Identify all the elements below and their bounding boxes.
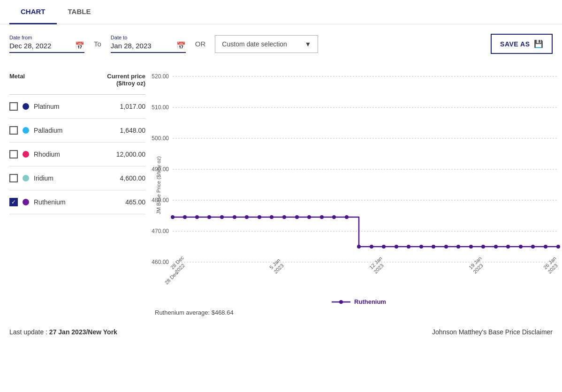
x-label-group-jan12: 12 Jan 2023 [368, 256, 387, 275]
datapoint [395, 245, 398, 249]
datapoint [419, 245, 423, 249]
x-label-group-dec28: 28 Dec 2022 [169, 255, 190, 275]
chart-area: 520.00 510.00 500.00 490.00 480.00 470.0… [145, 68, 562, 316]
metals-panel: Metal Current price ($/troy oz) Platinum… [9, 68, 145, 316]
ruthenium-line [173, 217, 558, 247]
checkbox-palladium[interactable] [9, 126, 18, 135]
metal-price-iridium: 4,600.00 [113, 174, 145, 182]
chart-svg-wrapper: 520.00 510.00 500.00 490.00 480.00 470.0… [155, 68, 562, 316]
metal-price-rhodium: 12,000.00 [113, 151, 145, 158]
chart-svg: 520.00 510.00 500.00 490.00 480.00 470.0… [155, 68, 562, 293]
datapoint [207, 215, 211, 219]
datapoint [456, 245, 460, 249]
controls-row: Date from Dec 28, 2022 📅 To Date to Jan … [0, 24, 562, 63]
datapoint [531, 245, 535, 249]
chart-legend: Ruthenium [155, 298, 562, 305]
datapoint [506, 245, 510, 249]
x-label-group-jan5: 5 Jan 2023 [268, 257, 286, 275]
custom-date-dropdown[interactable]: Custom date selection ▼ [215, 35, 318, 53]
x-label-group-jan19: 19 Jan 2023 [468, 256, 487, 275]
tab-table[interactable]: TABLE [57, 0, 102, 24]
y-label-520: 520.00 [152, 73, 169, 80]
disclaimer-link[interactable]: Base Price Disclaimer [488, 328, 553, 336]
datapoint [220, 215, 224, 219]
y-axis-title: JM Base Price ($/troy oz) [156, 156, 161, 214]
datapoint [270, 215, 273, 219]
tab-chart[interactable]: CHART [9, 0, 57, 24]
legend-label: Ruthenium [354, 298, 386, 305]
metals-list: Platinum1,017.00Palladium1,648.00Rhodium… [9, 95, 145, 214]
datapoint [233, 215, 236, 219]
checkbox-iridium[interactable] [9, 174, 18, 182]
dot-rhodium [23, 151, 29, 158]
checkbox-rhodium[interactable] [9, 150, 18, 158]
date-to-field[interactable]: Date to Jan 28, 2023 📅 [111, 35, 186, 53]
datapoint [469, 245, 473, 249]
metal-row-ruthenium: Ruthenium465.00 [9, 190, 145, 214]
save-icon: 💾 [534, 39, 544, 48]
date-from-field[interactable]: Date from Dec 28, 2022 📅 [9, 35, 84, 53]
column-header-price: Current price ($/troy oz) [107, 73, 145, 87]
datapoint [295, 215, 299, 219]
datapoint [171, 215, 175, 219]
datapoint [307, 215, 311, 219]
y-label-470: 470.00 [152, 228, 169, 234]
datapoint [382, 245, 386, 249]
to-label: To [92, 40, 103, 48]
datapoint [345, 215, 349, 219]
y-label-500: 500.00 [152, 135, 169, 142]
datapoint [494, 245, 498, 249]
column-header-metal: Metal [9, 73, 25, 80]
svg-point-11 [339, 300, 343, 304]
datapoint [432, 245, 435, 249]
metal-name-palladium: Palladium [34, 127, 113, 134]
datapoint [407, 245, 410, 249]
checkbox-ruthenium[interactable] [9, 198, 18, 206]
datapoint [183, 215, 187, 219]
date-to-label: Date to [111, 35, 186, 40]
footer: Last update : 27 Jan 2023/New York Johns… [0, 321, 562, 340]
datapoint [370, 245, 373, 249]
metal-name-platinum: Platinum [34, 103, 113, 110]
y-label-460: 460.00 [152, 259, 169, 265]
or-label: OR [193, 40, 208, 48]
last-update-label: Last update : [9, 328, 49, 336]
x-label-group-jan26: 26 Jan 2023 [542, 256, 562, 275]
datapoint [544, 245, 547, 249]
datapoint [556, 245, 560, 249]
custom-date-label: Custom date selection [222, 40, 287, 48]
metals-header: Metal Current price ($/troy oz) [9, 68, 145, 95]
tabs-container: CHART TABLE [0, 0, 562, 24]
checkbox-platinum[interactable] [9, 102, 18, 111]
datapoint [245, 215, 249, 219]
chevron-down-icon: ▼ [304, 40, 311, 48]
disclaimer-prefix: Johnson Matthey's [432, 328, 488, 336]
datapoint [332, 215, 336, 219]
dot-ruthenium [23, 199, 29, 205]
metal-row-rhodium: Rhodium12,000.00 [9, 143, 145, 166]
ruthenium-average: Ruthenium average: $468.64 [155, 309, 562, 316]
y-label-510: 510.00 [152, 104, 169, 111]
metal-price-platinum: 1,017.00 [113, 103, 145, 110]
dot-platinum [23, 103, 29, 110]
metal-price-palladium: 1,648.00 [113, 127, 145, 134]
dot-iridium [23, 175, 29, 181]
date-from-calendar-icon[interactable]: 📅 [75, 41, 84, 50]
metal-row-palladium: Palladium1,648.00 [9, 119, 145, 143]
metal-name-rhodium: Rhodium [34, 151, 113, 158]
legend-line-icon [332, 299, 350, 305]
datapoint [357, 245, 361, 249]
date-to-calendar-icon[interactable]: 📅 [176, 41, 186, 50]
datapoint [519, 245, 523, 249]
save-as-button[interactable]: SAVE AS 💾 [491, 34, 553, 54]
save-as-label: SAVE AS [500, 40, 530, 48]
dot-palladium [23, 127, 29, 134]
main-content: Metal Current price ($/troy oz) Platinum… [0, 63, 562, 321]
datapoint [195, 215, 199, 219]
metal-row-platinum: Platinum1,017.00 [9, 95, 145, 119]
disclaimer: Johnson Matthey's Base Price Disclaimer [432, 328, 553, 336]
metal-price-ruthenium: 465.00 [113, 198, 145, 206]
metal-row-iridium: Iridium4,600.00 [9, 166, 145, 190]
date-to-value: Jan 28, 2023 [111, 42, 152, 50]
date-from-label: Date from [9, 35, 84, 40]
